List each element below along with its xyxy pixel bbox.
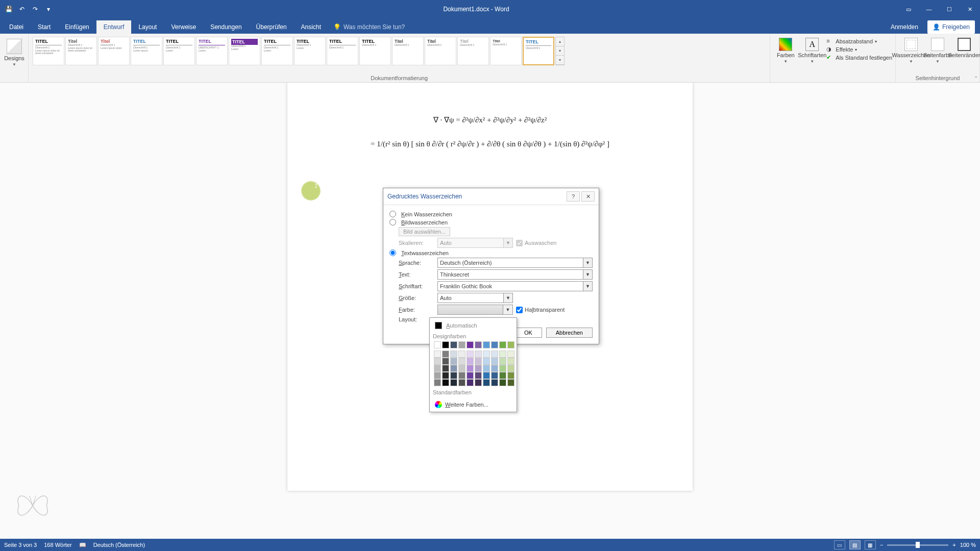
tab-einfuegen[interactable]: Einfügen	[58, 20, 96, 34]
chevron-down-icon[interactable]: ▼	[503, 305, 512, 314]
color-swatch[interactable]	[483, 341, 490, 348]
color-swatch[interactable]	[475, 372, 482, 379]
zoom-level[interactable]: 100 %	[960, 542, 976, 548]
style-set-item[interactable]: TITELÜberschrift 1	[327, 37, 358, 65]
style-set-item[interactable]: TitelÜberschrift 1	[457, 37, 489, 65]
color-swatch[interactable]	[434, 358, 441, 365]
color-swatch[interactable]	[467, 365, 474, 372]
color-swatch[interactable]	[467, 358, 474, 365]
color-swatch[interactable]	[450, 358, 457, 365]
color-swatch[interactable]	[499, 372, 506, 379]
gallery-more-icon[interactable]: ▾	[556, 56, 564, 65]
color-swatch[interactable]	[491, 365, 498, 372]
help-button[interactable]: ?	[567, 191, 580, 202]
color-swatch[interactable]	[434, 372, 441, 379]
minimize-icon[interactable]: —	[919, 0, 939, 18]
color-swatch[interactable]	[467, 350, 474, 358]
color-swatch[interactable]	[483, 358, 490, 365]
themes-button[interactable]: Designs ▼	[3, 36, 26, 67]
scroll-down-icon[interactable]: ▾	[556, 46, 564, 56]
collapse-ribbon-icon[interactable]: ⌃	[974, 76, 978, 81]
color-swatch[interactable]	[499, 350, 506, 358]
style-set-item[interactable]: TITELÜberschrift 1Lorem ipsum dolor sit …	[33, 37, 64, 65]
color-swatch[interactable]	[442, 350, 449, 358]
radio-no-watermark[interactable]: Kein Wasserzeichen	[389, 211, 593, 217]
color-swatch[interactable]	[450, 372, 457, 379]
chevron-down-icon[interactable]: ▼	[583, 282, 592, 291]
color-swatch[interactable]	[475, 350, 482, 358]
color-swatch[interactable]	[491, 379, 498, 386]
radio-picture-watermark[interactable]: Bildwasserzeichen	[389, 219, 593, 226]
fonts-button[interactable]: A Schriftarten ▼	[800, 36, 824, 64]
tab-ueberpruefen[interactable]: Überprüfen	[249, 20, 294, 34]
style-set-item[interactable]: TitelÜberschrift 1	[392, 37, 424, 65]
style-set-item[interactable]: TITELÜberschrift 1	[359, 37, 391, 65]
color-swatch[interactable]	[499, 379, 506, 386]
color-swatch[interactable]	[499, 341, 506, 348]
color-swatch[interactable]	[450, 379, 457, 386]
read-mode-icon[interactable]: ▭	[834, 540, 845, 549]
zoom-slider[interactable]	[887, 544, 948, 546]
color-swatch[interactable]	[434, 350, 441, 358]
color-swatch[interactable]	[467, 372, 474, 379]
maximize-icon[interactable]: ☐	[939, 0, 960, 18]
color-swatch[interactable]	[450, 341, 457, 348]
color-swatch[interactable]	[491, 358, 498, 365]
redo-icon[interactable]: ↷	[30, 4, 41, 15]
page-borders-button[interactable]: Seitenränder	[952, 36, 976, 64]
cancel-button[interactable]: Abbrechen	[546, 328, 593, 338]
style-set-item[interactable]: TitelÜberschrift 1	[425, 37, 456, 65]
color-swatch[interactable]	[467, 379, 474, 386]
share-button[interactable]: 👤 Freigeben	[927, 20, 975, 34]
tab-sendungen[interactable]: Sendungen	[203, 20, 249, 34]
color-swatch[interactable]	[483, 350, 490, 358]
color-swatch[interactable]	[434, 341, 441, 348]
watermark-button[interactable]: Wasserzeichen▼	[899, 36, 923, 64]
language-status[interactable]: Deutsch (Österreich)	[93, 542, 145, 548]
color-swatch[interactable]	[499, 358, 506, 365]
automatic-color-row[interactable]: Automatisch	[432, 320, 514, 331]
style-set-item[interactable]: TitelÜberschrift 1	[490, 37, 522, 65]
color-swatch[interactable]	[507, 379, 514, 386]
color-swatch[interactable]	[434, 365, 441, 372]
color-swatch[interactable]	[507, 358, 514, 365]
color-swatch[interactable]	[458, 358, 465, 365]
page-status[interactable]: Seite 3 von 3	[4, 542, 37, 548]
color-combo[interactable]: ▼	[437, 305, 513, 315]
color-swatch[interactable]	[442, 341, 449, 348]
color-swatch[interactable]	[475, 365, 482, 372]
color-swatch[interactable]	[450, 350, 457, 358]
style-set-item-selected[interactable]: TITELÜberschrift 1	[523, 37, 554, 65]
color-swatch[interactable]	[507, 372, 514, 379]
tell-me[interactable]: 💡 Was möchten Sie tun?	[333, 20, 405, 34]
color-swatch[interactable]	[499, 365, 506, 372]
color-swatch[interactable]	[442, 365, 449, 372]
language-combo[interactable]: Deutsch (Österreich)▼	[437, 258, 593, 268]
color-swatch[interactable]	[442, 372, 449, 379]
color-swatch[interactable]	[475, 358, 482, 365]
radio-text-watermark[interactable]: Textwasserzeichen	[389, 249, 593, 256]
tab-start[interactable]: Start	[31, 20, 58, 34]
ok-button[interactable]: OK	[514, 328, 542, 338]
page-color-button[interactable]: Seitenfarbe▼	[925, 36, 950, 64]
close-button[interactable]: ✕	[581, 191, 595, 202]
close-icon[interactable]: ✕	[960, 0, 980, 18]
color-swatch[interactable]	[507, 350, 514, 358]
paragraph-spacing-button[interactable]: ≡Absatzabstand ▾	[826, 38, 892, 45]
web-layout-icon[interactable]: ▦	[865, 540, 876, 549]
color-swatch[interactable]	[483, 365, 490, 372]
effects-button[interactable]: ◑Effekte ▾	[826, 46, 892, 53]
ribbon-options-icon[interactable]: ▭	[898, 0, 919, 18]
color-swatch[interactable]	[491, 350, 498, 358]
scroll-up-icon[interactable]: ▴	[556, 37, 564, 46]
chevron-down-icon[interactable]: ▼	[583, 258, 592, 267]
style-set-item[interactable]: TitelÜberschrift 1Lorem ipsum dolor sit …	[65, 37, 97, 65]
color-swatch[interactable]	[475, 341, 482, 348]
tab-ansicht[interactable]: Ansicht	[294, 20, 328, 34]
chevron-down-icon[interactable]: ▼	[503, 293, 512, 303]
style-set-item[interactable]: TITELÜberschrift 1Lorem	[229, 37, 260, 65]
color-swatch[interactable]	[507, 365, 514, 372]
qat-customize-icon[interactable]: ▾	[43, 4, 54, 15]
style-set-item[interactable]: TITELÜberschrift 1Lorem	[294, 37, 326, 65]
color-swatch[interactable]	[458, 365, 465, 372]
